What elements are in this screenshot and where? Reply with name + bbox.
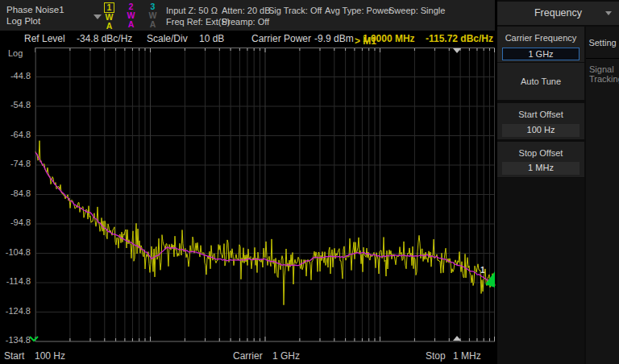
sidebar-tab-strip: Setting Signal Tracking	[586, 27, 619, 364]
y-tick-label: -124.8	[0, 306, 31, 316]
scale-readout-row: Ref Level -34.8 dBc/Hz Scale/Div 10 dB C…	[0, 31, 495, 47]
trace-2-indicator[interactable]: 2 W A	[124, 2, 138, 31]
bottom-indicator-icon	[453, 336, 461, 341]
carrier-frequency-section: Carrier Frequency 1 GHz	[497, 27, 584, 62]
y-tick-label: -64.8	[0, 130, 31, 139]
menu-sidebar: Frequency Carrier Frequency 1 GHz Auto T…	[497, 0, 619, 364]
scale-div-value: 10 dB	[199, 33, 224, 44]
y-axis-mode-label: Log	[8, 48, 23, 58]
measurement-subtitle: Log Plot	[6, 15, 102, 27]
chevron-down-icon	[93, 14, 102, 19]
carrier-frequency-label: Carrier Frequency	[497, 33, 584, 43]
marker-m1-readout: > M1 1.0000 MHz -115.72 dBc/Hz	[355, 33, 493, 44]
ref-level-label: Ref Level	[24, 33, 65, 44]
input-z-status: Input Z: 50 Ω	[166, 5, 230, 16]
tab-signal-tracking[interactable]: Signal Tracking	[586, 59, 619, 84]
start-freq-label: Start	[4, 350, 24, 362]
menu-title: Frequency	[534, 7, 582, 19]
y-tick-label: -84.8	[0, 188, 31, 198]
preamp-status: Preamp: Off	[222, 16, 271, 27]
y-tick-label: -104.8	[0, 247, 31, 257]
sweep-status: Sweep: Single	[388, 5, 445, 16]
stop-freq-label: Stop	[426, 350, 446, 362]
start-offset-label: Start Offset	[497, 110, 584, 119]
measurement-selector[interactable]: Phase Noise1 Log Plot	[6, 4, 102, 28]
chevron-down-icon	[605, 11, 612, 15]
sidebar-empty-area	[497, 178, 584, 364]
plot-area[interactable]: 1	[35, 48, 495, 342]
marker-name: > M1	[355, 35, 376, 47]
trace-legend: 1 W A 2 W A 3 W A	[102, 2, 160, 31]
ref-level-value: -34.8 dBc/Hz	[77, 33, 132, 44]
trace-2-average-flag: A	[128, 20, 135, 29]
carrier-freq-value: 1 GHz	[272, 350, 300, 362]
stop-offset-field[interactable]: 1 MHz	[502, 162, 580, 175]
trace-3-average-flag: A	[150, 20, 156, 29]
sig-track-status: Sig Track: Off	[268, 5, 322, 16]
trace-1-indicator[interactable]: 1 W A	[102, 2, 116, 31]
y-tick-label: -114.8	[0, 276, 31, 286]
trace-1-average-flag: A	[106, 22, 113, 31]
carrier-power-value: -9.9 dBm	[314, 33, 354, 44]
x-axis-labels: Start 100 Hz Carrier 1 GHz Stop 1 MHz	[0, 346, 495, 364]
measurement-title: Phase Noise1	[6, 4, 102, 15]
stop-freq-value: 1 MHz	[453, 350, 481, 362]
scale-div-label: Scale/Div	[147, 33, 188, 44]
trace-start-indicator-icon	[30, 337, 38, 341]
carrier-power-label: Carrier Power	[251, 33, 311, 44]
marker-amplitude: -115.72 dBc/Hz	[426, 33, 493, 44]
menu-header-dropdown[interactable]: Frequency	[497, 2, 619, 25]
marker-m1-number: 1	[480, 266, 485, 275]
stop-offset-section: Stop Offset 1 MHz	[497, 142, 584, 177]
start-offset-section: Start Offset 100 Hz	[497, 103, 584, 139]
carrier-freq-label: Carrier	[233, 350, 263, 362]
y-tick-label: -54.8	[0, 100, 31, 110]
auto-tune-button[interactable]: Auto Tune	[497, 63, 584, 100]
top-status-bar: Phase Noise1 Log Plot 1 W A 2 W A 3 W A …	[0, 0, 495, 31]
y-tick-label: -74.8	[0, 159, 31, 168]
stop-offset-label: Stop Offset	[497, 148, 584, 158]
tab-setting[interactable]: Setting	[586, 27, 619, 59]
input-settings: Input Z: 50 Ω Freq Ref: Ext(S)	[166, 5, 230, 27]
freq-ref-status: Freq Ref: Ext(S)	[166, 16, 230, 27]
avg-type-status: Avg Type: Power	[325, 5, 392, 16]
y-tick-label: -44.8	[0, 71, 31, 81]
y-tick-label: -134.8	[0, 335, 31, 345]
atten-settings: Atten: 20 dB Preamp: Off	[222, 5, 271, 27]
start-offset-field[interactable]: 100 Hz	[502, 124, 580, 137]
top-indicator-icon	[453, 48, 461, 53]
start-freq-value: 100 Hz	[35, 350, 65, 362]
carrier-frequency-field[interactable]: 1 GHz	[502, 48, 580, 60]
atten-status: Atten: 20 dB	[222, 5, 271, 16]
trace-3-indicator[interactable]: 3 W A	[146, 2, 160, 31]
y-tick-label: -94.8	[0, 217, 31, 227]
